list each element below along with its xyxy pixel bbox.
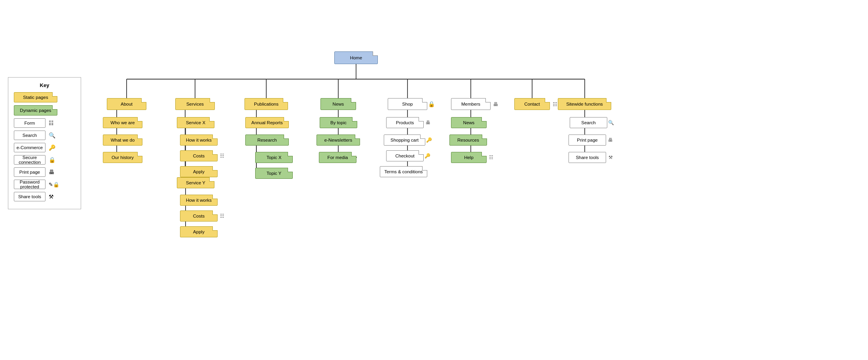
key-ecommerce-label: e-Commerce <box>17 145 43 150</box>
topic-x-node[interactable]: Topic X <box>255 152 293 163</box>
key-item-ecommerce: e-Commerce 🔑 <box>14 143 75 152</box>
key-item-print: Print page 🖶 <box>14 167 75 177</box>
apply-x-label: Apply <box>193 169 205 174</box>
key-item-form: Form ☷ <box>14 118 75 128</box>
help-node[interactable]: Help ☷ <box>451 152 487 163</box>
services-node[interactable]: Services <box>175 98 215 110</box>
key-password-node: Password protected <box>14 180 45 189</box>
home-label: Home <box>350 55 362 60</box>
members-news-node[interactable]: News <box>451 117 487 128</box>
terms-label: Terms & conditions <box>384 169 423 174</box>
sitewide-label: Sitewide functions <box>566 102 603 106</box>
costs-y-node[interactable]: Costs ☷ <box>180 210 218 222</box>
service-y-node[interactable]: Service Y <box>177 177 214 188</box>
news-main-label: News <box>333 102 344 106</box>
who-we-are-node[interactable]: Who we are <box>103 117 142 128</box>
annual-reports-node[interactable]: Annual Reports <box>245 117 289 128</box>
help-form-icon: ☷ <box>489 155 493 160</box>
members-print-icon: 🖶 <box>493 101 498 107</box>
shopping-cart-node[interactable]: Shopping cart 🔑 <box>384 135 425 146</box>
print-icon: 🖶 <box>49 169 54 175</box>
key-print-label: Print page <box>19 170 40 174</box>
checkout-label: Checkout <box>395 153 415 158</box>
key-search-node: Search <box>14 131 45 140</box>
members-news-label: News <box>463 120 475 125</box>
sw-print-label: Print page <box>577 138 597 142</box>
topic-x-label: Topic X <box>267 155 282 160</box>
service-x-label: Service X <box>186 120 205 125</box>
key-dynamic-node: Dynamic pages <box>14 105 57 116</box>
resources-node[interactable]: Resources <box>449 135 487 146</box>
news-main-node[interactable]: News <box>320 98 356 110</box>
shop-lock-icon: 🔒 <box>428 101 435 107</box>
key-static-node: Static pages <box>14 92 57 102</box>
costs-x-node[interactable]: Costs ☷ <box>180 150 218 161</box>
home-node[interactable]: Home <box>334 51 378 64</box>
products-node[interactable]: Products 🖶 <box>386 117 424 128</box>
share-icon: ⚒ <box>49 193 54 200</box>
key-password-label: Password protected <box>14 180 45 189</box>
sw-share-icon: ⚒ <box>608 155 613 160</box>
our-history-label: Our history <box>112 155 134 160</box>
apply-y-node[interactable]: Apply <box>180 226 218 237</box>
key-title: Key <box>14 82 75 88</box>
enewsletters-label: e-Newsletters <box>324 138 352 142</box>
form-icon: ☷ <box>49 120 54 126</box>
sw-search-node[interactable]: Search 🔍 <box>570 117 607 128</box>
contact-node[interactable]: Contact ☷ <box>514 98 550 110</box>
key-share-label: Share tools <box>18 194 41 199</box>
for-media-node[interactable]: For media <box>319 152 356 163</box>
about-label: About <box>121 102 133 106</box>
costs-x-label: Costs <box>193 153 205 158</box>
what-we-do-label: What we do <box>111 138 135 142</box>
services-label: Services <box>186 102 204 106</box>
sw-print-node[interactable]: Print page 🖶 <box>569 135 606 146</box>
sw-share-label: Share tools <box>576 155 599 160</box>
how-it-works-y-node[interactable]: How it works <box>180 195 218 206</box>
secure-icon: 🔒 <box>49 157 55 163</box>
contact-label: Contact <box>524 102 540 106</box>
what-we-do-node[interactable]: What we do <box>103 135 142 146</box>
topic-y-label: Topic Y <box>267 171 282 176</box>
shopping-cart-icon: 🔑 <box>426 137 432 143</box>
sw-search-label: Search <box>581 120 595 125</box>
key-item-secure: Secure connection 🔒 <box>14 155 75 165</box>
topic-y-node[interactable]: Topic Y <box>255 168 293 179</box>
annual-reports-label: Annual Reports <box>251 120 282 125</box>
research-node[interactable]: Research <box>245 135 289 146</box>
key-secure-node: Secure connection <box>14 155 45 165</box>
terms-node[interactable]: Terms & conditions <box>380 166 427 177</box>
how-it-works-x-node[interactable]: How it works <box>180 135 218 146</box>
help-label: Help <box>464 155 474 160</box>
apply-x-node[interactable]: Apply <box>180 166 218 177</box>
key-form-node: Form <box>14 118 45 128</box>
key-item-dynamic: Dynamic pages <box>14 105 75 116</box>
key-share-node: Share tools <box>14 192 45 201</box>
key-form-label: Form <box>25 121 35 125</box>
checkout-icon: 🔑 <box>425 153 430 159</box>
diagram-container: Key Static pages Dynamic pages Form ☷ Se… <box>0 0 868 360</box>
publications-label: Publications <box>254 102 279 106</box>
key-item-share: Share tools ⚒ <box>14 192 75 201</box>
service-x-node[interactable]: Service X <box>177 117 214 128</box>
key-item-password: Password protected ✎🔒 <box>14 180 75 189</box>
shop-node[interactable]: Shop 🔒 <box>388 98 427 110</box>
sw-share-node[interactable]: Share tools ⚒ <box>569 152 606 163</box>
members-label: Members <box>461 102 480 106</box>
apply-y-label: Apply <box>193 229 205 234</box>
about-node[interactable]: About <box>107 98 146 110</box>
by-topic-node[interactable]: By topic <box>320 117 357 128</box>
how-it-works-y-label: How it works <box>186 198 212 203</box>
key-item-search: Search 🔍 <box>14 131 75 140</box>
sitewide-node[interactable]: Sitewide functions <box>558 98 611 110</box>
key-search-label: Search <box>23 133 37 138</box>
enewsletters-node[interactable]: e-Newsletters <box>316 135 360 146</box>
publications-node[interactable]: Publications <box>244 98 288 110</box>
members-node[interactable]: Members 🖶 <box>451 98 491 110</box>
products-print-icon: 🖶 <box>426 120 430 125</box>
checkout-node[interactable]: Checkout 🔑 <box>386 150 424 161</box>
our-history-node[interactable]: Our history <box>103 152 142 163</box>
by-topic-label: By topic <box>330 120 347 125</box>
key-item-static: Static pages <box>14 92 75 102</box>
resources-label: Resources <box>457 138 479 142</box>
